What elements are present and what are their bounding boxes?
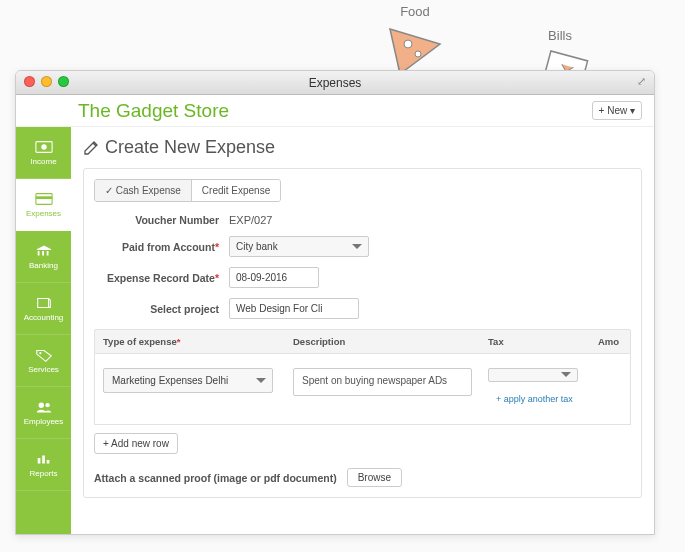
tag-icon [35, 348, 53, 362]
expense-form-card: ✓ Cash Expense Credit Expense Voucher Nu… [83, 168, 642, 498]
tab-credit-expense[interactable]: Credit Expense [191, 180, 280, 201]
select-project-input[interactable] [229, 298, 359, 319]
sidebar: Income Expenses Banking Accounting Servi… [16, 127, 71, 534]
svg-point-17 [41, 144, 46, 149]
browse-button[interactable]: Browse [347, 468, 402, 487]
app-window: Expenses ⤢ The Gadget Store + New ▾ Inco… [15, 70, 655, 535]
sidebar-item-label: Expenses [26, 209, 61, 218]
svg-rect-19 [35, 196, 51, 199]
brand-bar: The Gadget Store + New ▾ [16, 95, 654, 127]
sidebar-item-accounting[interactable]: Accounting [16, 283, 71, 335]
sidebar-item-label: Income [30, 157, 56, 166]
card-icon [35, 192, 53, 206]
bills-label: Bills [548, 28, 572, 43]
window-title: Expenses [309, 76, 362, 90]
minimize-icon[interactable] [41, 76, 52, 87]
apply-another-tax-link[interactable]: + apply another tax [488, 388, 582, 410]
svg-point-22 [45, 403, 49, 407]
paid-from-account-label: Paid from Account* [94, 241, 229, 253]
paid-from-account-select[interactable]: City bank [229, 236, 369, 257]
food-label: Food [400, 4, 430, 19]
expense-table-header: Type of expense* Description Tax Amo [94, 329, 631, 354]
select-project-label: Select project [94, 303, 229, 315]
svg-point-1 [415, 51, 421, 57]
voucher-number-label: Voucher Number [94, 214, 229, 226]
voucher-number-value: EXP/027 [229, 214, 272, 226]
sidebar-item-services[interactable]: Services [16, 335, 71, 387]
sidebar-item-label: Accounting [24, 313, 64, 322]
sidebar-item-label: Services [28, 365, 59, 374]
svg-point-0 [404, 40, 412, 48]
book-icon [35, 296, 53, 310]
expense-date-label: Expense Record Date* [94, 272, 229, 284]
expense-type-select[interactable]: Marketing Expenses Delhi [103, 368, 273, 393]
main-content: Create New Expense ✓ Cash Expense Credit… [71, 127, 654, 534]
sidebar-item-expenses[interactable]: Expenses [16, 179, 71, 231]
sidebar-item-employees[interactable]: Employees [16, 387, 71, 439]
edit-icon [83, 140, 99, 156]
new-button[interactable]: + New ▾ [592, 101, 642, 120]
description-input[interactable]: Spent on buying newspaper ADs [293, 368, 472, 396]
svg-point-21 [38, 402, 43, 407]
bank-icon [35, 244, 53, 258]
sidebar-item-income[interactable]: Income [16, 127, 71, 179]
attach-proof-label: Attach a scanned proof (image or pdf doc… [94, 472, 337, 484]
titlebar: Expenses ⤢ [16, 71, 654, 95]
brand-title: The Gadget Store [78, 100, 229, 122]
sidebar-item-label: Reports [29, 469, 57, 478]
expand-icon[interactable]: ⤢ [637, 75, 646, 88]
chart-icon [35, 452, 53, 466]
sidebar-item-banking[interactable]: Banking [16, 231, 71, 283]
sidebar-item-label: Banking [29, 261, 58, 270]
expense-table-row: Marketing Expenses Delhi Spent on buying… [94, 354, 631, 425]
sidebar-item-reports[interactable]: Reports [16, 439, 71, 491]
tab-cash-expense[interactable]: ✓ Cash Expense [95, 180, 191, 201]
add-new-row-button[interactable]: + Add new row [94, 433, 178, 454]
sidebar-item-label: Employees [24, 417, 64, 426]
expense-date-input[interactable] [229, 267, 319, 288]
money-icon [35, 140, 53, 154]
users-icon [35, 400, 53, 414]
tax-select[interactable] [488, 368, 578, 382]
maximize-icon[interactable] [58, 76, 69, 87]
page-title: Create New Expense [83, 137, 642, 158]
close-icon[interactable] [24, 76, 35, 87]
expense-type-toggle: ✓ Cash Expense Credit Expense [94, 179, 281, 202]
svg-point-20 [39, 352, 41, 354]
